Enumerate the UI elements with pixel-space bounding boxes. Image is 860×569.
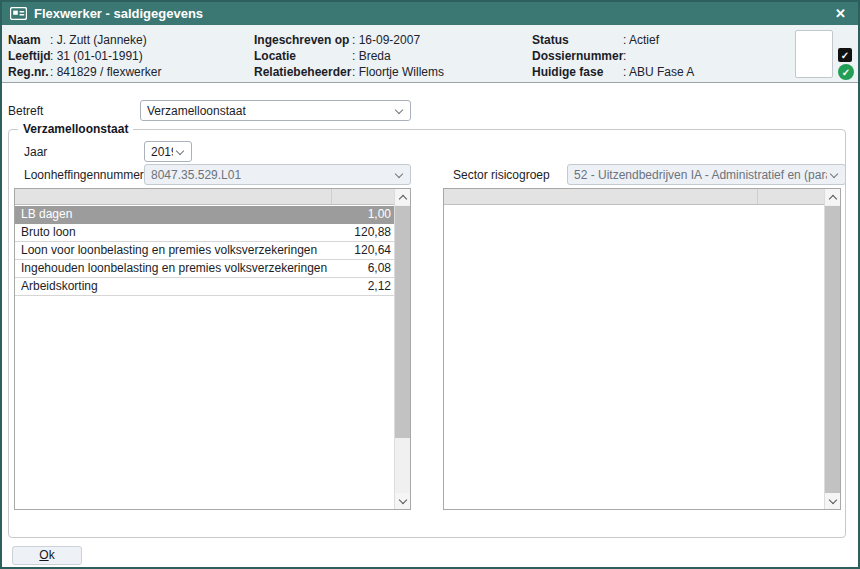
table-row[interactable]: LB dagen1,00: [15, 206, 394, 224]
row-description: Ingehouden loonbelasting en premies volk…: [15, 260, 330, 277]
info-column-registration: Ingeschreven op: 16-09-2007 Locatie: Bre…: [254, 32, 444, 80]
info-label: Dossiernummer: [532, 48, 623, 64]
sector-risicogroep-dropdown[interactable]: 52 - Uitzendbedrijven IA - Administratie…: [567, 164, 846, 185]
jaar-label: Jaar: [24, 145, 47, 159]
chevron-down-icon: [176, 147, 184, 155]
table-body: [444, 206, 824, 509]
info-value: : Floortje Willems: [352, 65, 444, 79]
dialog-flexwerker-saldigegevens: Flexwerker - saldigegevens ✕ Naam: J. Zu…: [0, 0, 860, 569]
row-amount: 120,88: [330, 224, 394, 241]
green-check-badge-icon: [838, 64, 854, 80]
scroll-down-icon[interactable]: [825, 493, 840, 509]
chevron-down-icon: [395, 170, 403, 178]
info-label: Reg.nr.: [8, 64, 50, 80]
vertical-scrollbar[interactable]: [394, 189, 410, 509]
header-cell-description: [444, 189, 758, 204]
row-description: Loon voor loonbelasting en premies volks…: [15, 242, 330, 259]
betreft-label: Betreft: [8, 104, 43, 118]
row-amount: 6,08: [330, 260, 394, 277]
row-description: Bruto loon: [15, 224, 330, 241]
info-label: Relatiebeheerder: [254, 64, 352, 80]
ok-button-label: Ok: [13, 547, 81, 564]
row-amount: 2,12: [330, 278, 394, 295]
table-row[interactable]: Ingehouden loonbelasting en premies volk…: [15, 260, 394, 278]
dialog-body: Betreft Verzamelloonstaat Verzamelloonst…: [2, 84, 858, 567]
close-icon[interactable]: ✕: [831, 7, 850, 20]
info-label: Leeftijd: [8, 48, 50, 64]
info-value: :: [623, 49, 626, 63]
row-amount: 1,00: [330, 206, 394, 223]
sector-table: [443, 188, 841, 510]
info-value: : 16-09-2007: [352, 33, 420, 47]
table-body: LB dagen1,00Bruto loon120,88Loon voor lo…: [15, 206, 394, 509]
table-row[interactable]: Bruto loon120,88: [15, 224, 394, 242]
loonheffingennummer-label: Loonheffingennummer: [24, 168, 144, 182]
info-label: Locatie: [254, 48, 352, 64]
checkbox-checked-icon[interactable]: [838, 48, 852, 62]
table-header: [15, 189, 410, 205]
scrollbar-thumb[interactable]: [395, 206, 410, 438]
info-label: Huidige fase: [532, 64, 623, 80]
info-value: : 31 (01-01-1991): [50, 49, 143, 63]
id-card-icon: [10, 7, 27, 20]
verzamelloonstaat-groupbox: Verzamelloonstaat Jaar 2019 Loonheffinge…: [8, 129, 846, 538]
row-description: Arbeidskorting: [15, 278, 330, 295]
table-header: [444, 189, 840, 205]
info-label: Ingeschreven op: [254, 32, 352, 48]
info-value: : 841829 / flexwerker: [50, 65, 161, 79]
sector-risicogroep-dropdown-value: 52 - Uitzendbedrijven IA - Administratie…: [574, 168, 827, 182]
chevron-down-icon: [395, 106, 403, 114]
scroll-down-icon[interactable]: [395, 493, 410, 509]
scroll-up-icon[interactable]: [825, 189, 840, 205]
saldi-table: LB dagen1,00Bruto loon120,88Loon voor lo…: [14, 188, 411, 510]
scroll-up-icon[interactable]: [395, 189, 410, 205]
betreft-dropdown-value: Verzamelloonstaat: [147, 104, 246, 118]
loonheffingennummer-dropdown-value: 8047.35.529.L01: [151, 168, 241, 182]
info-value: : Breda: [352, 49, 391, 63]
groupbox-title: Verzamelloonstaat: [18, 122, 133, 136]
ok-button[interactable]: Ok: [12, 546, 82, 565]
chevron-down-icon: [830, 170, 838, 178]
scrollbar-thumb[interactable]: [825, 206, 840, 493]
jaar-dropdown-value: 2019: [151, 145, 173, 159]
row-amount: 120,64: [330, 242, 394, 259]
vertical-scrollbar[interactable]: [824, 189, 840, 509]
row-description: LB dagen: [15, 206, 330, 223]
info-column-status: Status: Actief Dossiernummer: Huidige fa…: [532, 32, 694, 80]
photo-placeholder: [795, 30, 833, 78]
info-column-person: Naam: J. Zutt (Janneke) Leeftijd: 31 (01…: [8, 32, 161, 80]
info-value: : J. Zutt (Janneke): [50, 33, 147, 47]
table-row[interactable]: Arbeidskorting2,12: [15, 278, 394, 296]
header-cell-description: [15, 189, 332, 204]
jaar-dropdown[interactable]: 2019: [144, 141, 192, 162]
header-info-panel: Naam: J. Zutt (Janneke) Leeftijd: 31 (01…: [2, 25, 858, 83]
title-bar: Flexwerker - saldigegevens ✕: [2, 2, 858, 25]
info-label: Status: [532, 32, 623, 48]
sector-risicogroep-label: Sector risicogroep: [453, 168, 550, 182]
loonheffingennummer-dropdown[interactable]: 8047.35.529.L01: [144, 164, 411, 185]
dialog-title: Flexwerker - saldigegevens: [34, 6, 203, 21]
info-value: : Actief: [623, 33, 659, 47]
table-row[interactable]: Loon voor loonbelasting en premies volks…: [15, 242, 394, 260]
betreft-dropdown[interactable]: Verzamelloonstaat: [140, 100, 411, 121]
info-label: Naam: [8, 32, 50, 48]
info-value: : ABU Fase A: [623, 65, 694, 79]
